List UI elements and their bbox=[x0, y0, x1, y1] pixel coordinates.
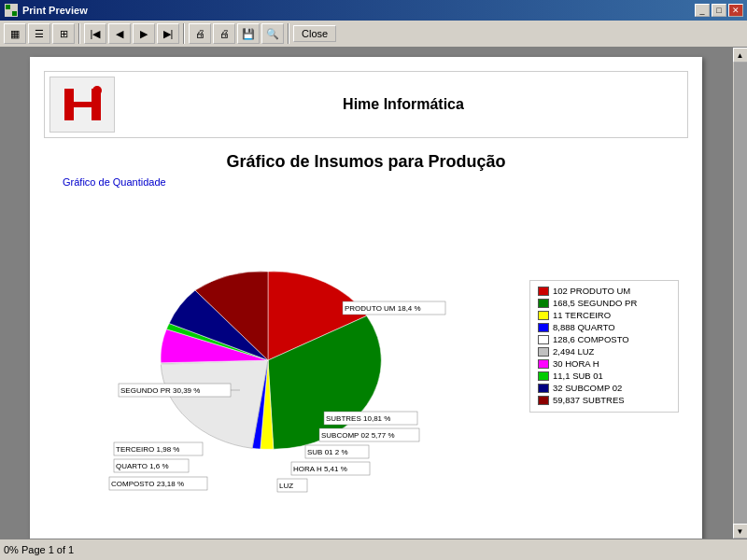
toolbar-prev-button[interactable]: ◀ bbox=[108, 23, 131, 44]
legend-color-box bbox=[538, 323, 549, 332]
legend-item-label: 30 HORA H bbox=[553, 358, 599, 369]
legend-item: 128,6 COMPOSTO bbox=[538, 334, 670, 344]
toolbar-sep-3 bbox=[288, 23, 289, 44]
legend-item: 11 TERCEIRO bbox=[538, 310, 670, 320]
pie-chart: PRODUTO UM 18,4 % SEGUNDO PR 30,39 % TER… bbox=[53, 197, 473, 496]
svg-text:QUARTO 1,6 %: QUARTO 1,6 % bbox=[116, 462, 169, 470]
title-bar: Print Preview _ □ ✕ bbox=[0, 0, 747, 21]
page-header: Hime Informática bbox=[44, 71, 688, 138]
window-close-button[interactable]: ✕ bbox=[728, 4, 743, 17]
toolbar: ▦ ☰ ⊞ |◀ ◀ ▶ ▶| 🖨 🖨 💾 🔍 Close bbox=[0, 21, 747, 48]
svg-rect-2 bbox=[12, 11, 17, 16]
scrollbar-vertical: ▲ ▼ bbox=[732, 48, 747, 539]
toolbar-multi-button[interactable]: ⊞ bbox=[52, 23, 75, 44]
minimize-button[interactable]: _ bbox=[695, 4, 710, 17]
svg-text:PRODUTO UM 18,4 %: PRODUTO UM 18,4 % bbox=[345, 304, 421, 313]
legend-color-box bbox=[538, 384, 549, 393]
legend-item-label: 2,494 LUZ bbox=[553, 346, 594, 357]
legend-item: 11,1 SUB 01 bbox=[538, 371, 670, 381]
legend-item-label: 168,5 SEGUNDO PR bbox=[553, 298, 637, 308]
legend-item-label: 59,837 SUBTRES bbox=[553, 395, 625, 405]
toolbar-print1-button[interactable]: 🖨 bbox=[189, 23, 211, 44]
main-area: Hime Informática Gráfico de Insumos para… bbox=[0, 48, 747, 539]
toolbar-sep-1 bbox=[78, 23, 80, 44]
title-bar-buttons: _ □ ✕ bbox=[695, 4, 743, 17]
toolbar-grid-button[interactable]: ▦ bbox=[4, 23, 26, 44]
svg-point-5 bbox=[92, 86, 102, 95]
legend-color-box bbox=[538, 396, 549, 405]
svg-text:LUZ: LUZ bbox=[279, 482, 293, 490]
legend-item-label: 128,6 COMPOSTO bbox=[553, 334, 629, 344]
legend-color-box bbox=[538, 335, 549, 344]
legend-item: 168,5 SEGUNDO PR bbox=[538, 298, 670, 308]
page-area: Hime Informática Gráfico de Insumos para… bbox=[0, 48, 732, 539]
status-bar: 0% Page 1 of 1 bbox=[0, 539, 747, 559]
legend-color-box bbox=[538, 287, 549, 296]
toolbar-next-button[interactable]: ▶ bbox=[133, 23, 155, 44]
toolbar-sep-2 bbox=[183, 23, 185, 44]
legend: 102 PRODUTO UM168,5 SEGUNDO PR11 TERCEIR… bbox=[529, 280, 679, 413]
company-name: Hime Informática bbox=[124, 96, 683, 113]
svg-text:SEGUNDO PR 30,39 %: SEGUNDO PR 30,39 % bbox=[120, 386, 200, 395]
svg-text:SUB 01 2 %: SUB 01 2 % bbox=[307, 448, 348, 456]
page: Hime Informática Gráfico de Insumos para… bbox=[30, 57, 702, 539]
logo-image bbox=[57, 81, 108, 128]
svg-text:HORA H 5,41 %: HORA H 5,41 % bbox=[293, 465, 347, 473]
logo-box bbox=[49, 77, 115, 133]
legend-item-label: 8,888 QUARTO bbox=[553, 322, 615, 332]
status-text: 0% Page 1 of 1 bbox=[4, 544, 74, 555]
scroll-down-button[interactable]: ▼ bbox=[733, 524, 748, 539]
legend-color-box bbox=[538, 359, 549, 369]
toolbar-list-button[interactable]: ☰ bbox=[28, 23, 50, 44]
chart-title: Gráfico de Insumos para Produção bbox=[44, 152, 688, 172]
legend-item-label: 102 PRODUTO UM bbox=[553, 286, 630, 296]
svg-text:TERCEIRO 1,98 %: TERCEIRO 1,98 % bbox=[116, 445, 179, 454]
legend-color-box bbox=[538, 371, 549, 381]
title-bar-text: Print Preview bbox=[22, 5, 691, 16]
scroll-up-button[interactable]: ▲ bbox=[733, 48, 748, 63]
legend-item: 30 HORA H bbox=[538, 358, 670, 369]
toolbar-save-button[interactable]: 💾 bbox=[237, 23, 260, 44]
toolbar-first-button[interactable]: |◀ bbox=[84, 23, 106, 44]
toolbar-zoom-button[interactable]: 🔍 bbox=[261, 23, 284, 44]
svg-text:SUBTRES 10,81 %: SUBTRES 10,81 % bbox=[326, 414, 390, 423]
close-button[interactable]: Close bbox=[293, 25, 336, 42]
chart-area: PRODUTO UM 18,4 % SEGUNDO PR 30,39 % TER… bbox=[44, 197, 688, 496]
legend-item: 2,494 LUZ bbox=[538, 346, 670, 357]
legend-item-label: 32 SUBCOMP 02 bbox=[553, 383, 622, 393]
legend-item: 32 SUBCOMP 02 bbox=[538, 383, 670, 393]
legend-item-label: 11,1 SUB 01 bbox=[553, 371, 603, 381]
legend-item: 59,837 SUBTRES bbox=[538, 395, 670, 405]
legend-item-label: 11 TERCEIRO bbox=[553, 310, 611, 320]
legend-color-box bbox=[538, 311, 549, 320]
legend-color-box bbox=[538, 299, 549, 308]
svg-rect-1 bbox=[6, 5, 10, 9]
toolbar-last-button[interactable]: ▶| bbox=[157, 23, 179, 44]
legend-item: 8,888 QUARTO bbox=[538, 322, 670, 332]
legend-item: 102 PRODUTO UM bbox=[538, 286, 670, 296]
pie-chart-container: PRODUTO UM 18,4 % SEGUNDO PR 30,39 % TER… bbox=[53, 197, 473, 496]
scroll-track[interactable] bbox=[734, 63, 747, 524]
svg-text:COMPOSTO 23,18 %: COMPOSTO 23,18 % bbox=[111, 480, 184, 488]
svg-text:SUBCOMP 02 5,77 %: SUBCOMP 02 5,77 % bbox=[321, 431, 395, 440]
legend-color-box bbox=[538, 347, 549, 357]
toolbar-print2-button[interactable]: 🖨 bbox=[213, 23, 235, 44]
chart-subtitle: Gráfico de Quantidade bbox=[63, 176, 688, 188]
app-icon bbox=[4, 3, 19, 18]
maximize-button[interactable]: □ bbox=[712, 4, 726, 17]
